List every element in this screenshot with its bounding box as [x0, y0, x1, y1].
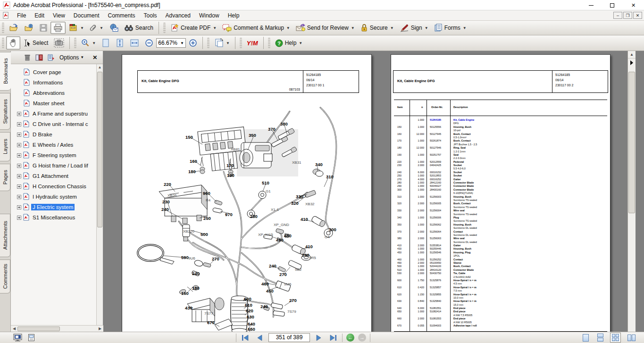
tab-bookmarks[interactable]: Bookmarks	[0, 52, 11, 91]
attach-button[interactable]: ▼	[87, 22, 106, 34]
toolbar-grip[interactable]	[2, 23, 4, 33]
tab-pages[interactable]: Pages	[0, 164, 10, 191]
bookmark-item[interactable]: D Brake	[11, 129, 97, 140]
bookmark-label[interactable]: G1 Attachment	[31, 173, 70, 179]
page-view-icon[interactable]	[28, 334, 35, 342]
zoom-in-button[interactable]	[186, 37, 200, 49]
expand-plus-icon[interactable]	[17, 205, 21, 209]
next-view-button[interactable]: →	[358, 334, 366, 342]
bookmarks-vertical-scrollbar[interactable]: ▲	[96, 64, 103, 325]
zoom-tool-button[interactable]: ▼	[78, 37, 99, 49]
zoom-level-combobox[interactable]: 66.67% ▼	[156, 38, 186, 48]
mdi-minimize-button[interactable]: –	[613, 12, 622, 19]
bookmark-item[interactable]: Abbrevations	[11, 88, 97, 98]
help-button[interactable]: ? Help ▼	[272, 37, 306, 49]
page-number-field[interactable]: 351 of 389	[268, 333, 310, 342]
tab-attachments[interactable]: Attachments	[0, 214, 10, 257]
menu-view[interactable]: View	[49, 11, 69, 20]
delete-bookmark-icon[interactable]	[24, 54, 31, 61]
open-button[interactable]	[6, 22, 21, 34]
toolbar-grip[interactable]	[268, 38, 270, 48]
save-button[interactable]	[36, 22, 50, 34]
expand-plus-icon[interactable]	[17, 184, 21, 189]
secure-button[interactable]: Secure ▼	[358, 22, 397, 34]
reading-mode-icon[interactable]	[13, 334, 22, 342]
previous-view-button[interactable]: ←	[346, 334, 354, 342]
bookmark-item[interactable]: Master sheet	[11, 98, 97, 109]
continuous-button[interactable]	[595, 332, 605, 343]
single-page-button[interactable]	[581, 333, 591, 343]
fit-width-button[interactable]	[127, 36, 142, 50]
comment-markup-button[interactable]: Comment & Markup ▼	[219, 22, 293, 34]
fit-height-button[interactable]	[113, 36, 127, 50]
bookmark-item[interactable]: S1 Miscellaneous	[11, 212, 97, 223]
last-page-button[interactable]	[328, 333, 338, 343]
bookmarks-horizontal-scrollbar[interactable]: ◀ ▶	[11, 325, 103, 332]
expand-plus-icon[interactable]	[17, 164, 21, 168]
new-bookmark-icon[interactable]	[48, 54, 55, 61]
menu-comments[interactable]: Comments	[104, 11, 140, 20]
bookmark-label[interactable]: Master sheet	[32, 100, 66, 107]
bookmark-label[interactable]: Informations	[32, 79, 64, 86]
scrollbar-thumb[interactable]	[97, 72, 102, 227]
email-button[interactable]	[106, 22, 121, 34]
mdi-restore-button[interactable]: ❐	[623, 12, 632, 19]
bookmark-item[interactable]: I Hydraulic system	[11, 192, 97, 202]
expand-plus-icon[interactable]	[17, 133, 21, 137]
continuous-facing-button[interactable]	[610, 333, 621, 343]
mdi-close-button[interactable]: ✕	[633, 12, 642, 19]
expand-plus-icon[interactable]	[17, 174, 21, 178]
expand-plus-icon[interactable]	[17, 122, 21, 126]
close-button[interactable]: ✕	[623, 0, 644, 10]
expand-plus-icon[interactable]	[17, 153, 21, 158]
options-menu-button[interactable]: Options▼	[59, 54, 84, 61]
menu-tools[interactable]: Tools	[140, 11, 161, 20]
bookmark-label[interactable]: J Electric system	[31, 204, 75, 210]
bookmark-item[interactable]: J Electric system	[11, 202, 97, 212]
snapshot-tool-button[interactable]	[51, 36, 67, 50]
bookmark-label[interactable]: I Hydraulic system	[31, 193, 78, 200]
toolbar-grip[interactable]	[163, 23, 166, 33]
bookmark-label[interactable]: Abbrevations	[32, 90, 66, 96]
bookmark-item[interactable]: H Connection Chassis	[11, 181, 97, 192]
print-button[interactable]	[50, 22, 66, 34]
menu-document[interactable]: Document	[69, 11, 104, 20]
zoom-out-button[interactable]	[142, 37, 156, 49]
menu-file[interactable]: File	[13, 11, 30, 20]
bookmark-label[interactable]: H Connection Chassis	[31, 183, 88, 190]
send-for-review-button[interactable]: Send for Review ▼	[293, 22, 358, 34]
menu-help[interactable]: Help	[224, 11, 244, 20]
next-page-button[interactable]	[314, 333, 324, 343]
bookmark-label[interactable]: F Steering system	[31, 152, 78, 159]
bookmark-item[interactable]: E Wheels / Axles	[11, 140, 97, 150]
tab-comments[interactable]: Comments	[0, 259, 10, 293]
yahoo-search-button[interactable]: Y!M	[244, 38, 261, 49]
bookmark-item[interactable]: F Steering system	[11, 150, 97, 160]
select-tool-button[interactable]: Select	[20, 37, 51, 49]
tab-signatures[interactable]: Signatures	[0, 93, 10, 130]
previous-page-button[interactable]	[254, 333, 265, 343]
bookmark-item[interactable]: Cover page	[11, 67, 97, 77]
open-web-button[interactable]	[21, 22, 36, 34]
fit-page-button[interactable]	[99, 36, 113, 50]
toolbar-grip[interactable]	[207, 38, 209, 48]
expand-plus-icon[interactable]	[17, 216, 21, 220]
bookmark-item[interactable]: C Drive unit - Internal c	[11, 119, 97, 129]
article-marker-icon[interactable]	[630, 60, 633, 65]
bookmark-item[interactable]: A Frame and superstru	[11, 109, 97, 119]
bookmark-item[interactable]: G1 Attachment	[11, 171, 97, 181]
bookmark-label[interactable]: D Brake	[31, 131, 54, 138]
scroll-up-arrow[interactable]: ▲	[97, 64, 103, 71]
bookmark-label[interactable]: Cover page	[32, 69, 62, 75]
bookmark-label[interactable]: E Wheels / Axles	[31, 142, 75, 148]
search-button[interactable]: Search	[121, 22, 156, 33]
minimize-button[interactable]	[580, 0, 602, 10]
organizer-button[interactable]: ▼	[66, 22, 87, 34]
expand-plus-icon[interactable]	[17, 195, 21, 199]
scrollbar-thumb[interactable]	[628, 72, 635, 213]
menu-window[interactable]: Window	[195, 11, 224, 20]
bookmark-label[interactable]: C Drive unit - Internal c	[31, 121, 90, 127]
toolbar-grip[interactable]	[74, 38, 76, 48]
bookmark-item[interactable]: Informations	[11, 77, 97, 88]
sign-button[interactable]: Sign ▼	[397, 22, 431, 34]
